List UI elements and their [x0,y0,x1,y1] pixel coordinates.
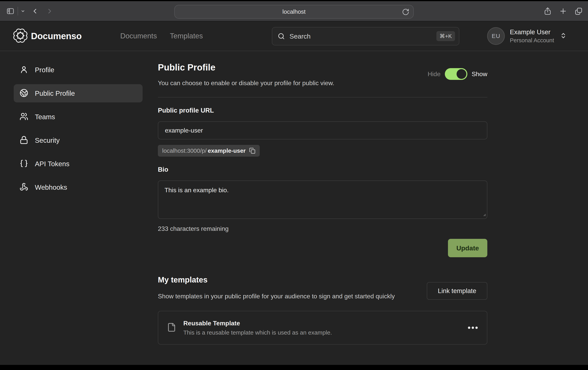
address-bar-url[interactable]: localhost [283,8,305,15]
screen-bottom-edge [0,365,588,370]
copy-icon[interactable] [249,148,255,154]
tab-overview-icon[interactable] [574,7,583,15]
section-divider [158,97,487,97]
profile-url-prefix: localhost:3000/p/ [162,147,207,154]
link-template-button[interactable]: Link template [427,282,487,300]
my-templates-description: Show templates in your public profile fo… [158,291,424,301]
sidebar-item-api-tokens[interactable]: API Tokens [14,155,143,173]
page-subtitle: You can choose to enable or disable your… [158,79,487,87]
profile-url-slug: example-user [208,147,246,154]
bio-textarea[interactable]: This is an example bio. [158,181,487,219]
share-icon[interactable] [543,6,552,16]
profile-url-input[interactable] [158,121,487,139]
toggle-hide-label: Hide [428,71,441,78]
new-tab-icon[interactable] [559,7,567,15]
back-button-icon[interactable] [32,7,38,15]
template-description: This is a reusable template which is use… [183,329,467,336]
forward-button-icon[interactable] [46,7,53,15]
sidebar-item-public-profile[interactable]: Public Profile [14,84,143,103]
brand[interactable]: Documenso [13,21,82,51]
address-bar[interactable]: localhost [174,5,414,19]
documenso-logo-icon [13,29,27,43]
main-content: Public Profile You can choose to enable … [158,62,487,345]
sidebar-toggle-icon[interactable] [6,7,15,15]
refresh-icon[interactable] [402,8,409,16]
ellipsis-menu-icon[interactable] [467,325,478,331]
bio-label: Bio [158,166,487,174]
update-button[interactable]: Update [448,239,487,257]
top-nav: Documents Templates [120,21,203,51]
search-icon [278,33,285,40]
profile-url-preview: localhost:3000/p/ example-user [158,145,260,157]
settings-sidebar: Profile Public Profile Teams Security AP… [14,61,143,202]
search-placeholder: Search [290,32,311,40]
sidebar-item-webhooks[interactable]: Webhooks [14,178,143,196]
app-body: Profile Public Profile Teams Security AP… [0,51,588,365]
avatar: EU [487,27,505,45]
chevrons-up-down-icon [560,32,567,40]
template-card[interactable]: Reusable Template This is a reusable tem… [158,311,487,345]
webhook-icon [20,183,28,192]
nav-templates[interactable]: Templates [170,32,203,40]
sidebar-item-security[interactable]: Security [14,131,143,149]
user-account-type: Personal Account [510,37,554,44]
lock-icon [20,136,28,145]
resize-grip-icon[interactable] [482,212,486,217]
user-menu[interactable]: EU Example User Personal Account [487,21,567,51]
app-header: Documenso Documents Templates Search ⌘+K… [0,21,588,51]
screen: localhost Documen [0,0,588,370]
browser-toolbar: localhost [0,1,588,21]
sidebar-item-profile[interactable]: Profile [14,61,143,79]
toolbar-divider [18,7,18,15]
user-icon [20,65,28,75]
search-input[interactable]: Search ⌘+K [272,27,459,45]
template-title: Reusable Template [183,320,467,327]
profile-url-label: Public profile URL [158,106,487,114]
user-name: Example User [510,28,554,36]
characters-remaining: 233 characters remaining [158,225,487,233]
search-shortcut-badge: ⌘+K [436,31,455,41]
users-icon [20,112,28,122]
nav-documents[interactable]: Documents [120,32,157,40]
brand-name: Documenso [31,31,82,41]
file-icon [167,322,176,334]
braces-icon [20,159,28,169]
sidebar-chevron-down-icon[interactable] [21,9,25,13]
toggle-thumb [457,69,466,79]
globe-icon [20,89,28,98]
sidebar-item-teams[interactable]: Teams [14,108,143,126]
toggle-show-label: Show [472,71,487,78]
profile-visibility-toggle[interactable] [445,68,467,80]
